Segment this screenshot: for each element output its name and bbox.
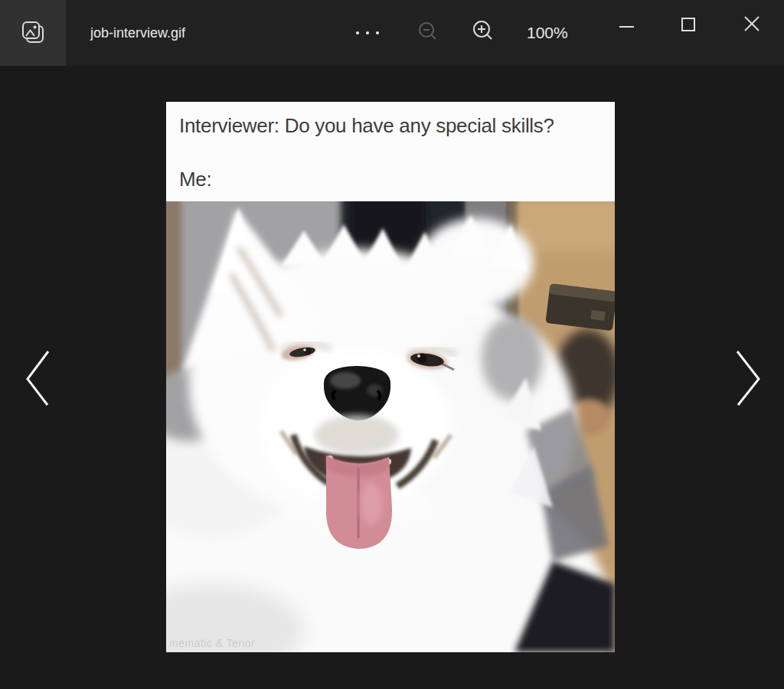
previous-image-button[interactable] [23, 349, 51, 410]
watermark: mematic & Tenor [169, 637, 255, 649]
photos-app-icon [19, 18, 47, 48]
chevron-right-icon [735, 398, 763, 410]
viewer-canvas: Interviewer: Do you have any special ski… [0, 66, 784, 689]
caption-line-2: Me: [179, 168, 211, 191]
close-button[interactable] [735, 8, 769, 41]
caption-line-1: Interviewer: Do you have any special ski… [179, 114, 554, 138]
meme-image: Interviewer: Do you have any special ski… [166, 102, 615, 652]
magnifier-plus-icon [472, 20, 496, 47]
zoom-out-button[interactable] [409, 0, 449, 66]
chevron-left-icon [23, 398, 51, 410]
maximize-button[interactable] [671, 8, 705, 41]
zoom-in-button[interactable] [462, 0, 505, 66]
zoom-level: 100% [527, 0, 568, 66]
filename: job-interview.gif [90, 0, 185, 66]
app-tile-button[interactable] [0, 0, 66, 66]
minimize-button[interactable] [609, 8, 643, 41]
next-image-button[interactable] [735, 349, 763, 410]
titlebar: job-interview.gif [0, 0, 784, 66]
maximize-icon [681, 18, 695, 31]
see-more-button[interactable] [343, 0, 392, 66]
dog-photo: mematic & Tenor [166, 201, 615, 652]
ellipsis-icon [356, 31, 359, 34]
meme-caption: Interviewer: Do you have any special ski… [166, 102, 615, 201]
close-icon [743, 15, 760, 34]
photos-app-window: job-interview.gif [0, 0, 784, 689]
dog-tongue [326, 456, 392, 549]
minimize-icon [619, 26, 634, 28]
drawer-handle [545, 283, 615, 331]
magnifier-minus-icon [417, 21, 440, 46]
